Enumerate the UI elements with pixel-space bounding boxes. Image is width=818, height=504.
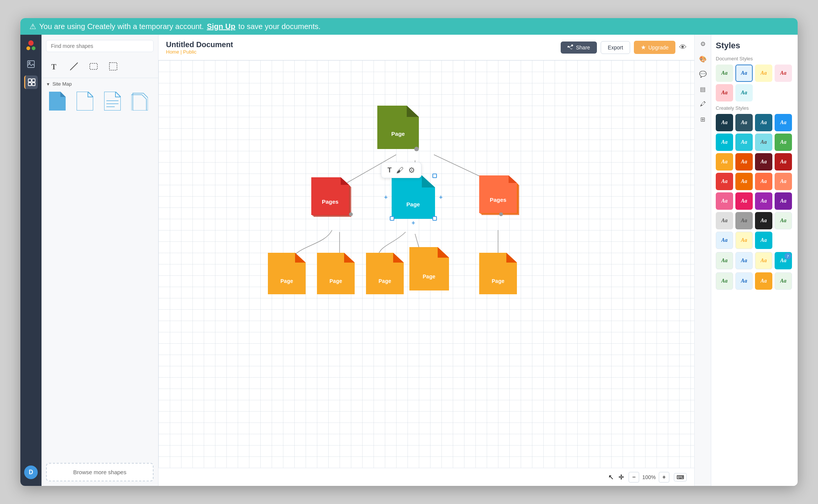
svg-line-10: [70, 63, 78, 70]
settings-icon[interactable]: ⚙: [697, 38, 709, 50]
cs-13[interactable]: Aa: [716, 173, 733, 190]
cs-2[interactable]: Aa: [735, 114, 753, 131]
ex-3[interactable]: Aa: [755, 252, 772, 269]
ex-1[interactable]: Aa: [716, 252, 733, 269]
cs-7[interactable]: Aa: [755, 134, 772, 151]
upgrade-button[interactable]: ★ Upgrade: [634, 41, 675, 54]
cs-8[interactable]: Aa: [775, 134, 792, 151]
bp-3[interactable]: Aa: [755, 272, 772, 290]
svg-text:T: T: [51, 63, 57, 71]
toolbar-text-icon[interactable]: T: [387, 166, 392, 174]
square-tool[interactable]: [105, 58, 121, 75]
cs-26[interactable]: Aa: [735, 232, 753, 249]
cs-24[interactable]: Aa: [775, 212, 792, 229]
cs-17[interactable]: Aa: [716, 192, 733, 210]
node-page-cl[interactable]: Page: [366, 253, 404, 294]
app-logo[interactable]: [24, 38, 38, 53]
doc-swatch-1[interactable]: Aa: [735, 65, 753, 82]
document-style-swatches: Aa Aa Aa Aa Aa Aa: [716, 65, 793, 101]
shape-item-stacked-doc[interactable]: [128, 90, 151, 112]
cs-11[interactable]: Aa: [755, 153, 772, 171]
search-input[interactable]: [46, 40, 154, 52]
table-icon[interactable]: ▤: [697, 83, 709, 95]
styles-panel: Styles Document Styles Aa Aa Aa Aa Aa Aa…: [711, 35, 798, 486]
text-tool[interactable]: T: [46, 58, 63, 75]
top-bar: Untitled Document Home | Public Share Ex…: [158, 35, 694, 60]
bp-2[interactable]: Aa: [735, 272, 753, 290]
zoom-out-button[interactable]: −: [629, 472, 639, 482]
pointer-tool[interactable]: ↖: [608, 473, 614, 481]
cs-19[interactable]: Aa: [755, 192, 772, 210]
doc-swatch-2[interactable]: Aa: [755, 65, 772, 82]
cs-18[interactable]: Aa: [735, 192, 753, 210]
node-right-pages[interactable]: Pages: [479, 175, 519, 213]
user-avatar[interactable]: D: [24, 466, 38, 479]
signup-link[interactable]: Sign Up: [207, 22, 235, 31]
cs-16[interactable]: Aa: [775, 173, 792, 190]
format-icon[interactable]: 🖍: [697, 98, 709, 110]
shape-item-outline-doc[interactable]: [74, 90, 96, 112]
cs-4[interactable]: Aa: [775, 114, 792, 131]
document-styles-label: Document Styles: [716, 56, 793, 61]
cs-14[interactable]: Aa: [735, 173, 753, 190]
node-page-lc[interactable]: Page: [317, 253, 355, 294]
sidebar-image-icon[interactable]: [24, 57, 38, 71]
share-button[interactable]: Share: [561, 41, 597, 54]
cs-6[interactable]: Aa: [735, 134, 753, 151]
move-tool[interactable]: ✛: [618, 473, 624, 481]
node-root[interactable]: Page: [377, 106, 419, 149]
doc-swatch-5[interactable]: Aa: [735, 84, 753, 101]
breadcrumb-home[interactable]: Home: [166, 49, 179, 55]
cs-22[interactable]: Aa: [735, 212, 753, 229]
export-button[interactable]: Export: [601, 41, 630, 54]
svg-text:Page: Page: [378, 278, 391, 284]
cs-27[interactable]: Aa: [755, 232, 772, 249]
node-page-cr[interactable]: Page: [409, 247, 449, 290]
cs-21[interactable]: Aa: [716, 212, 733, 229]
doc-swatch-3[interactable]: Aa: [775, 65, 792, 82]
toolbar-settings-icon[interactable]: ⚙: [408, 166, 415, 175]
line-tool[interactable]: [66, 58, 82, 75]
connector-dot-root: [414, 147, 419, 151]
canvas[interactable]: Page Pages: [158, 60, 694, 468]
ex-2[interactable]: Aa: [735, 252, 753, 269]
node-left-pages[interactable]: Pages: [311, 177, 351, 215]
browse-shapes-button[interactable]: Browse more shapes: [46, 463, 154, 481]
cs-25[interactable]: Aa: [716, 232, 733, 249]
doc-swatch-0[interactable]: Aa: [716, 65, 733, 82]
svg-point-1: [26, 46, 30, 50]
bp-1[interactable]: Aa: [716, 272, 733, 290]
cs-12[interactable]: Aa: [775, 153, 792, 171]
cs-5[interactable]: Aa: [716, 134, 733, 151]
svg-marker-47: [295, 253, 306, 263]
cs-15[interactable]: Aa: [755, 173, 772, 190]
shape-item-filled-doc[interactable]: [46, 90, 69, 112]
ex-4[interactable]: Aa ?: [775, 252, 792, 269]
sidebar-shapes-icon[interactable]: [24, 75, 38, 89]
diagram-icon[interactable]: ⊞: [697, 113, 709, 125]
theme-icon[interactable]: 🎨: [697, 53, 709, 65]
cs-10[interactable]: Aa: [735, 153, 753, 171]
zoom-in-button[interactable]: +: [659, 472, 669, 482]
doc-swatch-4[interactable]: Aa: [716, 84, 733, 101]
svg-rect-6: [32, 79, 35, 82]
cs-20[interactable]: Aa: [775, 192, 792, 210]
cs-3[interactable]: Aa: [755, 114, 772, 131]
cs-1[interactable]: Aa: [716, 114, 733, 131]
rect-tool[interactable]: [85, 58, 102, 75]
warning-icon: ⚠: [29, 22, 36, 31]
shape-item-lines-doc[interactable]: [101, 90, 124, 112]
star-icon: ★: [641, 44, 646, 51]
node-center-page[interactable]: Page + + + +: [392, 175, 435, 219]
toolbar-style-icon[interactable]: 🖌: [396, 166, 404, 175]
cs-23[interactable]: Aa: [755, 212, 772, 229]
sitemap-category[interactable]: ▼ Site Map: [42, 78, 158, 88]
keyboard-shortcut-icon[interactable]: ⌨: [674, 473, 687, 481]
node-page-ll[interactable]: Page: [268, 253, 306, 294]
chevron-down-icon: ▼: [46, 82, 50, 86]
preview-button[interactable]: 👁: [679, 43, 687, 52]
comment-icon[interactable]: 💬: [697, 68, 709, 80]
bp-4[interactable]: Aa: [775, 272, 792, 290]
node-page-rl[interactable]: Page: [479, 253, 517, 294]
cs-9[interactable]: Aa: [716, 153, 733, 171]
